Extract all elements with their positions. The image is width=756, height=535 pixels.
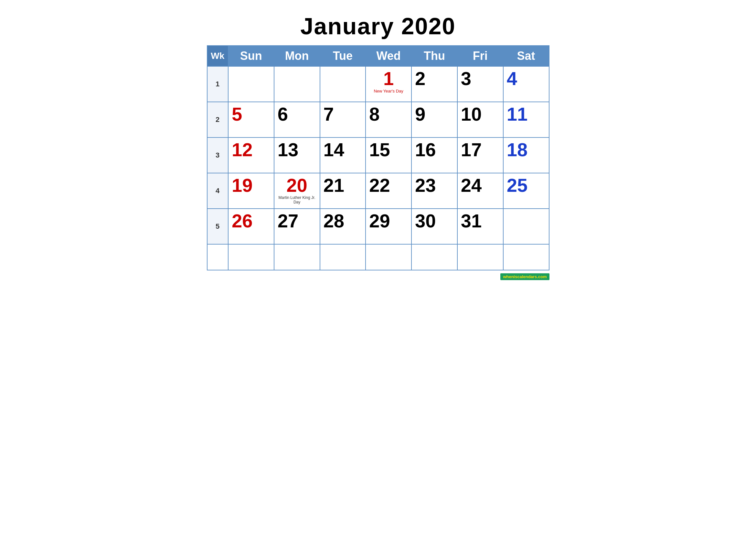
day-cell-17: 17 bbox=[457, 137, 503, 173]
day-cell-15: 15 bbox=[365, 137, 412, 173]
col-header-wk: Wk bbox=[207, 45, 228, 66]
day-cell-3: 3 bbox=[457, 66, 503, 102]
day-number: 18 bbox=[507, 140, 546, 159]
day-cell-23: 23 bbox=[412, 173, 457, 209]
header-row: Wk Sun Mon Tue Wed Thu Fri Sat bbox=[207, 45, 549, 66]
holiday-label: New Year's Day bbox=[369, 89, 408, 94]
day-cell-19: 19 bbox=[228, 173, 274, 209]
wk-cell-2: 2 bbox=[207, 102, 228, 137]
day-number: 17 bbox=[461, 140, 500, 159]
day-cell-22: 22 bbox=[365, 173, 412, 209]
watermark-text2: .com bbox=[537, 274, 547, 279]
day-cell-9: 9 bbox=[412, 102, 457, 137]
day-number: 26 bbox=[232, 211, 271, 230]
day-cell-26: 26 bbox=[228, 209, 274, 244]
week-row-2: 2567891011 bbox=[207, 102, 549, 137]
day-number: 27 bbox=[278, 211, 316, 230]
week-row-5: 5262728293031 bbox=[207, 209, 549, 244]
day-cell-31: 31 bbox=[457, 209, 503, 244]
day-cell-1: 1New Year's Day bbox=[365, 66, 412, 102]
col-header-mon: Mon bbox=[274, 45, 320, 66]
col-header-fri: Fri bbox=[457, 45, 503, 66]
day-number: 14 bbox=[324, 140, 362, 159]
day-cell-2: 2 bbox=[412, 66, 457, 102]
week-row-1: 11New Year's Day234 bbox=[207, 66, 549, 102]
week-row-4: 41920Martin Luther King Jr. Day212223242… bbox=[207, 173, 549, 209]
day-number: 9 bbox=[415, 105, 454, 124]
day-cell-13: 13 bbox=[274, 137, 320, 173]
page-wrapper: January 2020 Wk Sun Mon Tue Wed Thu Fri … bbox=[201, 7, 556, 283]
day-cell-empty-4-6 bbox=[503, 209, 549, 244]
wk-cell-3: 3 bbox=[207, 137, 228, 173]
day-number: 23 bbox=[415, 176, 454, 195]
day-cell-empty-0-0 bbox=[228, 66, 274, 102]
day-cell-10: 10 bbox=[457, 102, 503, 137]
day-cell-24: 24 bbox=[457, 173, 503, 209]
day-cell-25: 25 bbox=[503, 173, 549, 209]
day-number: 24 bbox=[461, 176, 500, 195]
empty-cell bbox=[274, 244, 320, 270]
day-number: 25 bbox=[507, 176, 546, 195]
empty-cell bbox=[320, 244, 366, 270]
col-header-tue: Tue bbox=[320, 45, 366, 66]
wk-cell-1: 1 bbox=[207, 66, 228, 102]
day-number: 22 bbox=[369, 176, 408, 195]
day-number: 31 bbox=[461, 211, 500, 230]
empty-cell bbox=[457, 244, 503, 270]
day-cell-12: 12 bbox=[228, 137, 274, 173]
day-number: 29 bbox=[369, 211, 408, 230]
col-header-sat: Sat bbox=[503, 45, 549, 66]
wk-cell-5: 5 bbox=[207, 209, 228, 244]
col-header-wed: Wed bbox=[365, 45, 412, 66]
day-number: 20 bbox=[278, 176, 316, 195]
calendar-title: January 2020 bbox=[207, 13, 550, 40]
day-number: 5 bbox=[232, 105, 271, 124]
day-number: 1 bbox=[369, 69, 408, 88]
watermark: wheniscalendars.com bbox=[500, 273, 549, 280]
empty-cell bbox=[412, 244, 457, 270]
day-number: 11 bbox=[507, 105, 546, 124]
day-cell-empty-0-2 bbox=[320, 66, 366, 102]
day-number: 8 bbox=[369, 105, 408, 124]
empty-cell bbox=[503, 244, 549, 270]
day-cell-29: 29 bbox=[365, 209, 412, 244]
day-number: 19 bbox=[232, 176, 271, 195]
empty-cell bbox=[365, 244, 412, 270]
wk-cell-4: 4 bbox=[207, 173, 228, 209]
watermark-text1: wheniscalendars bbox=[503, 274, 537, 279]
week-row-3: 312131415161718 bbox=[207, 137, 549, 173]
day-cell-empty-0-1 bbox=[274, 66, 320, 102]
empty-cell bbox=[228, 244, 274, 270]
day-number: 10 bbox=[461, 105, 500, 124]
day-number: 28 bbox=[324, 211, 362, 230]
empty-row bbox=[207, 244, 549, 270]
col-header-sun: Sun bbox=[228, 45, 274, 66]
day-cell-14: 14 bbox=[320, 137, 366, 173]
day-number: 15 bbox=[369, 140, 408, 159]
day-number: 7 bbox=[324, 105, 362, 124]
day-cell-30: 30 bbox=[412, 209, 457, 244]
day-cell-4: 4 bbox=[503, 66, 549, 102]
empty-cell bbox=[207, 244, 228, 270]
calendar-table: Wk Sun Mon Tue Wed Thu Fri Sat 11New Yea… bbox=[207, 45, 550, 270]
day-cell-21: 21 bbox=[320, 173, 366, 209]
day-cell-11: 11 bbox=[503, 102, 549, 137]
day-cell-6: 6 bbox=[274, 102, 320, 137]
day-number: 13 bbox=[278, 140, 316, 159]
day-number: 2 bbox=[415, 69, 454, 88]
col-header-thu: Thu bbox=[412, 45, 457, 66]
day-cell-27: 27 bbox=[274, 209, 320, 244]
holiday-label: Martin Luther King Jr. Day bbox=[278, 195, 316, 205]
day-number: 6 bbox=[278, 105, 316, 124]
day-cell-7: 7 bbox=[320, 102, 366, 137]
day-cell-20: 20Martin Luther King Jr. Day bbox=[274, 173, 320, 209]
day-number: 12 bbox=[232, 140, 271, 159]
day-number: 30 bbox=[415, 211, 454, 230]
day-cell-18: 18 bbox=[503, 137, 549, 173]
day-cell-28: 28 bbox=[320, 209, 366, 244]
calendar-body: 11New Year's Day234256789101131213141516… bbox=[207, 66, 549, 270]
day-number: 4 bbox=[507, 69, 546, 88]
day-cell-5: 5 bbox=[228, 102, 274, 137]
day-number: 16 bbox=[415, 140, 454, 159]
day-cell-16: 16 bbox=[412, 137, 457, 173]
